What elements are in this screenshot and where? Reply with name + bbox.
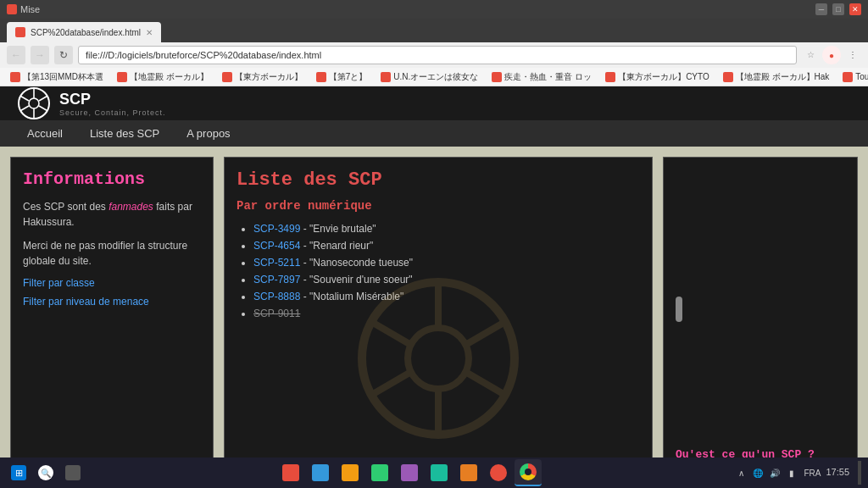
time-display: 17:55 xyxy=(826,466,849,479)
nav-liste[interactable]: Liste des SCP xyxy=(76,120,173,147)
back-button[interactable]: ← xyxy=(7,46,25,64)
bookmark-favicon-3 xyxy=(222,72,232,82)
bookmark-6[interactable]: 疾走・熱血・重音 ロッ xyxy=(487,69,597,85)
left-panel-em: fanmades xyxy=(108,201,153,213)
taskbar-app-6[interactable] xyxy=(426,459,453,486)
reload-button[interactable]: ↻ xyxy=(54,46,73,64)
language-indicator[interactable]: FRA xyxy=(804,469,821,478)
taskview-icon xyxy=(65,465,81,480)
scp-link-8888[interactable]: SCP-8888 xyxy=(253,291,300,302)
taskbar-app-2[interactable] xyxy=(307,459,334,486)
right-panel-title: Qu'est ce qu'un SCP ? xyxy=(676,448,845,458)
scp-link-4654[interactable]: SCP-4654 xyxy=(253,240,300,252)
nav-icons: ☆ ● ⋮ xyxy=(802,46,861,64)
app-icon-8 xyxy=(490,464,507,481)
scp-content: Informations Ces SCP sont des fanmades f… xyxy=(0,147,868,458)
left-panel-body2: Merci de ne pas modifier la structure gl… xyxy=(23,238,201,269)
browser-title: Mise xyxy=(20,4,40,14)
bookmark-label-2: 【地霊殿 ボーカル】 xyxy=(130,71,209,83)
bookmark-8[interactable]: 【地霊殿 ボーカル】Hak xyxy=(718,69,835,85)
taskbar-app-4[interactable] xyxy=(366,459,393,486)
close-button[interactable]: ✕ xyxy=(849,3,861,15)
active-tab[interactable]: SCP%20database/index.html ✕ xyxy=(7,22,161,42)
menu-icon[interactable]: ⋮ xyxy=(844,46,861,63)
scp-link-3499[interactable]: SCP-3499 xyxy=(253,223,300,235)
list-item-3: SCP-5211 - "Nanoseconde tueuse" xyxy=(253,257,640,269)
tab-close[interactable]: ✕ xyxy=(146,28,153,37)
bookmark-7[interactable]: 【東方ボーカル】CYTO xyxy=(600,69,715,85)
main-panel-title: Liste des SCP xyxy=(236,169,640,191)
start-button[interactable]: ⊞ xyxy=(7,461,31,485)
taskbar-app-8[interactable] xyxy=(485,459,512,486)
bookmark-2[interactable]: 【地霊殿 ボーカル】 xyxy=(112,69,214,85)
taskview-button[interactable] xyxy=(61,461,85,485)
svg-line-12 xyxy=(369,320,409,344)
left-panel-body1: Ces SCP sont des fanmades faits par Haku… xyxy=(23,199,201,230)
network-icon[interactable]: 🌐 xyxy=(751,466,765,480)
tray-up-arrow[interactable]: ∧ xyxy=(734,466,748,480)
minimize-button[interactable]: ─ xyxy=(815,3,827,15)
bookmark-3[interactable]: 【東方ボーカル】 xyxy=(217,69,308,85)
nav-accueil[interactable]: Accueil xyxy=(14,120,76,147)
bookmark-favicon-8 xyxy=(723,72,733,82)
windows-icon: ⊞ xyxy=(11,465,26,480)
scp-website: SCP Secure, Contain, Protect. Accueil Li… xyxy=(0,86,868,458)
taskbar-app-5[interactable] xyxy=(396,459,423,486)
volume-icon[interactable]: 🔊 xyxy=(768,466,782,480)
url-bar[interactable]: file:///D:/logiciels/bruteforce/SCP%20da… xyxy=(78,46,797,64)
svg-line-5 xyxy=(39,106,47,111)
taskbar-right: ∧ 🌐 🔊 ▮ FRA 17:55 xyxy=(734,461,861,485)
scp-nav: Accueil Liste des SCP A propos xyxy=(0,120,868,147)
maximize-button[interactable]: □ xyxy=(832,3,844,15)
bookmark-favicon-9 xyxy=(843,72,853,82)
bookmark-label-7: 【東方ボーカル】CYTO xyxy=(618,71,709,83)
filter-classe-link[interactable]: Filter par classe xyxy=(23,277,201,289)
app-icon-6 xyxy=(431,464,448,481)
search-button[interactable]: 🔍 xyxy=(34,461,58,485)
scp-header: SCP Secure, Contain, Protect. xyxy=(0,86,868,120)
bookmark-favicon-2 xyxy=(117,72,127,82)
bookmark-5[interactable]: U.N.オーエンは彼女な xyxy=(376,69,483,85)
bookmark-9[interactable]: Touhou - 幽閉姉妹 xyxy=(837,69,868,85)
app-icon-7 xyxy=(460,464,477,481)
scrollbar[interactable] xyxy=(676,297,682,322)
bookmark-1[interactable]: 【第13回MMD杯本選 xyxy=(5,69,108,85)
title-bar-left: Mise xyxy=(7,4,40,14)
svg-line-6 xyxy=(39,96,47,101)
bookmark-favicon-1 xyxy=(10,72,20,82)
app-icon-4 xyxy=(371,464,388,481)
window-controls: ─ □ ✕ xyxy=(815,3,861,15)
taskbar-app-3[interactable] xyxy=(337,459,364,486)
taskbar-app-7[interactable] xyxy=(455,459,482,486)
scp-watermark xyxy=(353,274,523,443)
tab-favicon xyxy=(15,27,25,37)
scp-title: SCP xyxy=(59,91,166,108)
list-item-1: SCP-3499 - "Envie brutale" xyxy=(253,223,640,235)
forward-button[interactable]: → xyxy=(31,46,49,64)
bookmark-4[interactable]: 【第7と】 xyxy=(311,69,373,85)
settings-icon[interactable]: ● xyxy=(822,46,841,64)
browser-app-icon xyxy=(520,463,537,480)
show-desktop-button[interactable] xyxy=(858,461,861,485)
search-icon: 🔍 xyxy=(38,465,53,480)
app-icon-1 xyxy=(282,464,299,481)
clock[interactable]: 17:55 xyxy=(826,466,849,479)
taskbar-app-1[interactable] xyxy=(277,459,304,486)
svg-point-1 xyxy=(29,98,39,108)
bookmark-label-6: 疾走・熱血・重音 ロッ xyxy=(504,71,592,83)
app-icon-3 xyxy=(342,464,359,481)
left-panel: Informations Ces SCP sont des fanmades f… xyxy=(10,157,214,458)
taskbar-app-browser[interactable] xyxy=(515,459,542,486)
scp-name-4654: - "Renard rieur" xyxy=(303,240,374,252)
scp-link-7897[interactable]: SCP-7897 xyxy=(253,274,300,286)
browser-favicon xyxy=(7,4,17,14)
bookmark-icon[interactable]: ☆ xyxy=(802,46,819,63)
scp-subtitle: Secure, Contain, Protect. xyxy=(59,108,166,117)
filter-menace-link[interactable]: Filter par niveau de menace xyxy=(23,296,201,308)
scp-link-5211[interactable]: SCP-5211 xyxy=(253,257,300,269)
nav-apropos[interactable]: A propos xyxy=(173,120,243,147)
bookmarks-bar: 【第13回MMD杯本選 【地霊殿 ボーカル】 【東方ボーカル】 【第7と】 U.… xyxy=(0,68,868,86)
scp-logo-icon xyxy=(17,86,51,120)
right-panel: Qu'est ce qu'un SCP ? Un SCP est une ent… xyxy=(663,157,858,458)
taskbar-center xyxy=(277,459,542,486)
